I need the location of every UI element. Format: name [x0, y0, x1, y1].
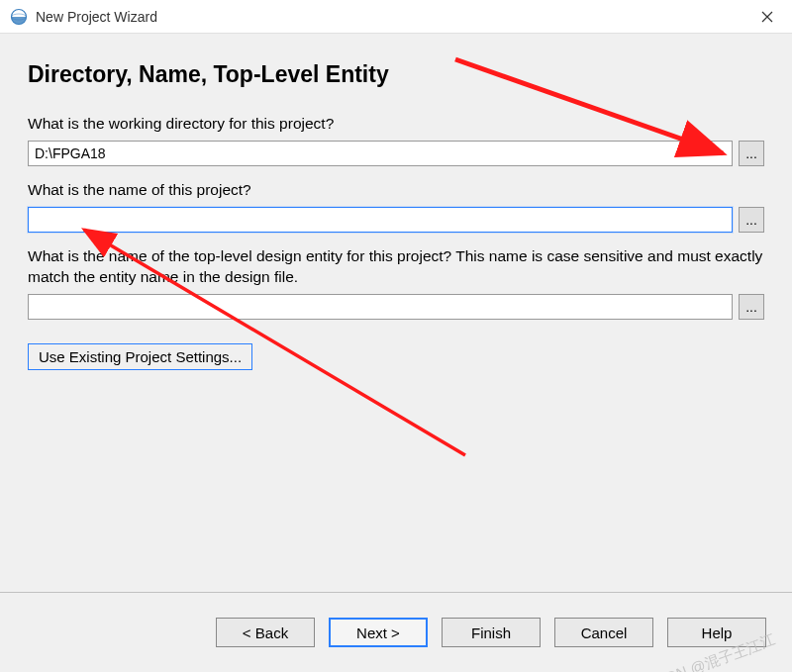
project-name-label: What is the name of this project?: [28, 180, 764, 201]
titlebar: New Project Wizard: [0, 0, 792, 34]
back-button[interactable]: < Back: [216, 618, 315, 647]
working-dir-label: What is the working directory for this p…: [28, 114, 764, 135]
wizard-page: Directory, Name, Top-Level Entity What i…: [0, 34, 792, 593]
top-entity-label: What is the name of the top-level design…: [28, 246, 764, 288]
page-title: Directory, Name, Top-Level Entity: [28, 61, 764, 88]
cancel-button[interactable]: Cancel: [554, 618, 653, 647]
project-name-input[interactable]: [28, 207, 733, 233]
close-button[interactable]: [752, 2, 782, 32]
app-icon: [10, 8, 28, 26]
top-entity-input[interactable]: [28, 294, 733, 320]
browse-entity-button[interactable]: ...: [739, 294, 764, 320]
use-existing-settings-button[interactable]: Use Existing Project Settings...: [28, 343, 252, 370]
next-button[interactable]: Next >: [329, 618, 428, 647]
browse-dir-button[interactable]: ...: [739, 141, 764, 166]
window-title: New Project Wizard: [36, 9, 157, 25]
wizard-footer: < Back Next > Finish Cancel Help: [0, 593, 792, 672]
working-dir-input[interactable]: [28, 141, 733, 166]
browse-name-button[interactable]: ...: [739, 207, 764, 233]
finish-button[interactable]: Finish: [442, 618, 541, 647]
